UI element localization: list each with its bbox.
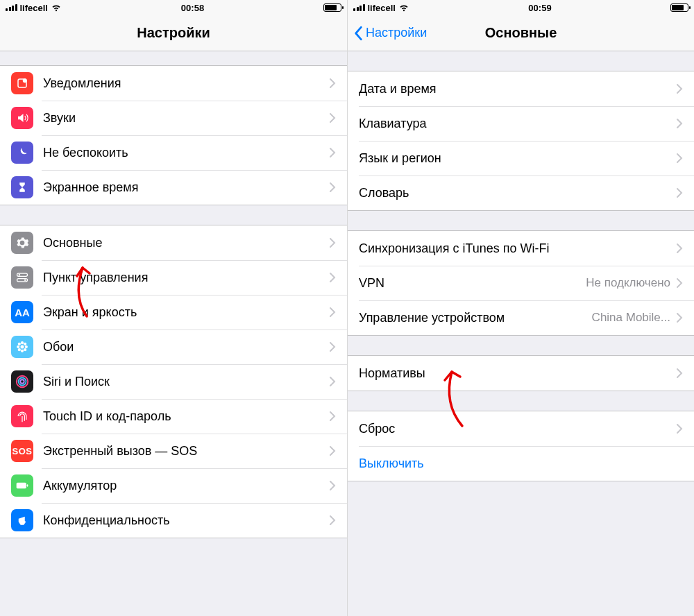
chevron-right-icon — [676, 423, 683, 434]
row-detail: China Mobile... — [592, 311, 670, 325]
text-size-icon: AA — [11, 301, 33, 323]
row-label: Touch ID и код-пароль — [43, 409, 329, 424]
row-label: Конфиденциальность — [43, 513, 329, 528]
row-siri-search[interactable]: Siri и Поиск — [0, 364, 347, 399]
chevron-right-icon — [676, 83, 683, 94]
row-label: Синхронизация с iTunes по Wi-Fi — [359, 241, 676, 256]
back-button[interactable]: Настройки — [353, 26, 427, 41]
row-label: Выключить — [359, 456, 683, 471]
chevron-right-icon — [329, 376, 336, 387]
chevron-right-icon — [676, 312, 683, 323]
chevron-right-icon — [676, 277, 683, 289]
row-date-time[interactable]: Дата и время — [348, 71, 694, 106]
chevron-right-icon — [329, 182, 336, 193]
flower-icon — [11, 336, 33, 358]
svg-point-12 — [24, 343, 26, 345]
row-label: Звуки — [43, 111, 329, 126]
status-time: 00:59 — [528, 3, 551, 13]
row-reset[interactable]: Сброс — [348, 411, 694, 446]
svg-point-7 — [21, 341, 24, 344]
chevron-right-icon — [329, 411, 336, 422]
row-battery[interactable]: Аккумулятор — [0, 468, 347, 503]
status-bar: lifecell 00:59 — [348, 0, 694, 15]
row-screen-time[interactable]: Экранное время — [0, 170, 347, 205]
row-label: Нормативы — [359, 366, 676, 381]
row-privacy[interactable]: Конфиденциальность — [0, 503, 347, 538]
general-group-1: Дата и время Клавиатура Язык и регион Сл… — [348, 71, 694, 211]
row-vpn[interactable]: VPN Не подключено — [348, 266, 694, 300]
row-do-not-disturb[interactable]: Не беспокоить — [0, 135, 347, 170]
row-label: Не беспокоить — [43, 146, 329, 160]
screen-general: lifecell 00:59 Настройки Основные Дата и… — [347, 0, 694, 616]
row-label: Словарь — [359, 186, 676, 200]
battery-icon — [323, 3, 341, 12]
chevron-right-icon — [676, 243, 683, 254]
row-label: Дата и время — [359, 82, 676, 96]
svg-point-9 — [17, 345, 19, 348]
wifi-icon — [51, 3, 62, 12]
row-label: Экранное время — [43, 180, 329, 195]
row-sounds[interactable]: Звуки — [0, 101, 347, 135]
hand-icon — [11, 509, 33, 531]
row-label: Управление устройством — [359, 311, 592, 325]
chevron-right-icon — [329, 237, 336, 248]
settings-group-2: Основные Пункт управления AA Экран и ярк… — [0, 225, 347, 538]
chevron-right-icon — [329, 515, 336, 526]
switches-icon — [11, 266, 33, 289]
svg-rect-18 — [17, 483, 26, 488]
chevron-right-icon — [329, 480, 336, 491]
row-itunes-wifi-sync[interactable]: Синхронизация с iTunes по Wi-Fi — [348, 231, 694, 266]
row-notifications[interactable]: Уведомления — [0, 66, 347, 101]
chevron-right-icon — [329, 112, 336, 123]
sounds-icon — [11, 107, 33, 129]
row-shut-down[interactable]: Выключить — [348, 446, 694, 481]
row-label: Пункт управления — [43, 271, 329, 285]
row-language-region[interactable]: Язык и регион — [348, 141, 694, 176]
chevron-right-icon — [676, 118, 683, 129]
status-bar: lifecell 00:58 — [0, 0, 347, 15]
svg-point-16 — [19, 378, 26, 386]
row-display-brightness[interactable]: AA Экран и яркость — [0, 295, 347, 330]
gear-icon — [11, 232, 33, 254]
row-label: Обои — [43, 340, 329, 354]
row-wallpaper[interactable]: Обои — [0, 330, 347, 364]
row-label: Сброс — [359, 422, 676, 436]
row-emergency-sos[interactable]: SOS Экстренный вызов — SOS — [0, 434, 347, 468]
row-label: Аккумулятор — [43, 479, 329, 493]
notifications-icon — [11, 72, 33, 94]
svg-point-13 — [18, 348, 21, 351]
wifi-icon — [398, 3, 409, 12]
row-keyboard[interactable]: Клавиатура — [348, 106, 694, 141]
chevron-right-icon — [329, 78, 336, 89]
fingerprint-icon — [11, 405, 33, 427]
nav-header: Настройки — [0, 15, 347, 51]
signal-icon — [6, 4, 17, 11]
row-regulatory[interactable]: Нормативы — [348, 356, 694, 391]
row-dictionary[interactable]: Словарь — [348, 176, 694, 210]
general-group-2: Синхронизация с iTunes по Wi-Fi VPN Не п… — [348, 230, 694, 336]
row-label: Экстренный вызов — SOS — [43, 444, 329, 459]
screen-settings: lifecell 00:58 Настройки Уведомления Зву… — [0, 0, 347, 616]
page-title: Настройки — [137, 25, 210, 41]
svg-point-10 — [25, 345, 28, 348]
battery-icon — [670, 3, 688, 12]
row-device-management[interactable]: Управление устройством China Mobile... — [348, 300, 694, 335]
moon-icon — [11, 142, 33, 164]
row-general[interactable]: Основные — [0, 225, 347, 260]
back-label: Настройки — [366, 26, 427, 40]
svg-point-14 — [24, 348, 26, 351]
status-time: 00:58 — [181, 3, 204, 13]
row-touchid-passcode[interactable]: Touch ID и код-пароль — [0, 399, 347, 434]
hourglass-icon — [11, 176, 33, 198]
svg-point-17 — [20, 379, 24, 384]
svg-rect-19 — [27, 484, 28, 486]
general-group-3: Нормативы — [348, 355, 694, 391]
settings-group-1: Уведомления Звуки Не беспокоить Экранное… — [0, 65, 347, 205]
row-label: Siri и Поиск — [43, 375, 329, 389]
svg-point-1 — [23, 78, 27, 83]
row-label: Уведомления — [43, 76, 329, 91]
row-control-center[interactable]: Пункт управления — [0, 260, 347, 295]
svg-point-3 — [19, 274, 21, 276]
svg-point-6 — [21, 345, 24, 349]
chevron-right-icon — [329, 341, 336, 352]
